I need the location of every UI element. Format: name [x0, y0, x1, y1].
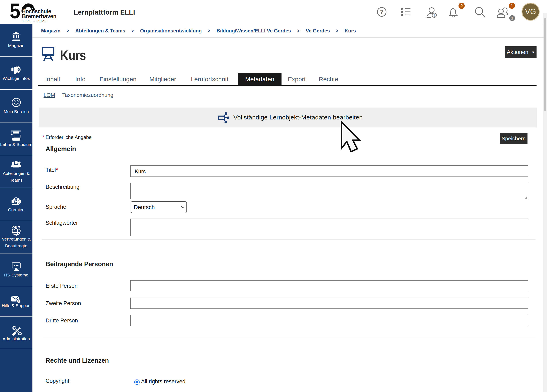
svg-text:!: !	[434, 14, 435, 17]
svg-text:?: ?	[380, 9, 383, 15]
svg-text:1975 – 2025: 1975 – 2025	[22, 19, 47, 23]
svg-text:Bremerhaven: Bremerhaven	[22, 13, 56, 20]
svg-text:5: 5	[10, 1, 20, 23]
